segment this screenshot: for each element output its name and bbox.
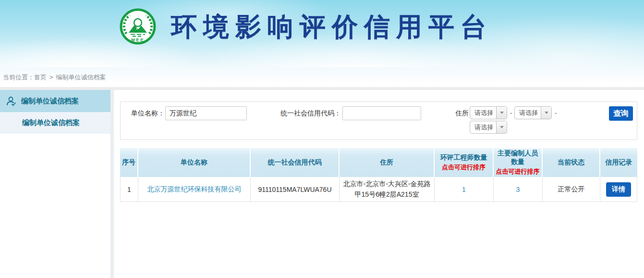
sidebar: 编制单位诚信档案 编制单位诚信档案 bbox=[0, 90, 110, 278]
header-staff-count-label: 主要编制人员数量 bbox=[495, 149, 541, 166]
brand: MEE 环境影响评价信用平台 bbox=[0, 0, 644, 45]
chevron-down-icon[interactable] bbox=[496, 107, 507, 119]
cell-status: 正常公开 bbox=[543, 177, 600, 202]
unit-name-label: 单位名称： bbox=[131, 106, 165, 120]
breadcrumb-separator: > bbox=[49, 74, 53, 81]
sidebar-item-unit-credit-archive[interactable]: 编制单位诚信档案 bbox=[0, 90, 110, 112]
cell-credit-code: 91110115MA7LWUA76U bbox=[251, 177, 340, 202]
results-table: 序号 单位名称 统一社会信用代码 住所 环评工程师数量 点击可进行排序 主要编制… bbox=[120, 148, 637, 202]
address-province-select[interactable]: 请选择 bbox=[470, 106, 507, 119]
table-row: 1 北京万源世纪环保科技有限公司 91110115MA7LWUA76U 北京市-… bbox=[120, 177, 637, 202]
sidebar-subitem-label: 编制单位诚信档案 bbox=[22, 118, 80, 127]
district-select-value: 请选择 bbox=[470, 121, 496, 133]
header-index: 序号 bbox=[120, 148, 138, 177]
logo-mee-text: MEE bbox=[131, 37, 145, 42]
header-unit-name: 单位名称 bbox=[138, 148, 251, 177]
header-engineer-count[interactable]: 环评工程师数量 点击可进行排序 bbox=[435, 148, 494, 177]
cell-index: 1 bbox=[120, 177, 138, 202]
engineer-count-link[interactable]: 1 bbox=[462, 186, 466, 193]
credit-code-label: 统一社会信用代码： bbox=[280, 106, 341, 120]
staff-count-link[interactable]: 3 bbox=[516, 186, 520, 193]
staff-sort-hint[interactable]: 点击可进行排序 bbox=[495, 167, 541, 176]
province-select-value: 请选择 bbox=[470, 107, 496, 119]
header-staff-count[interactable]: 主要编制人员数量 点击可进行排序 bbox=[494, 148, 543, 177]
page: MEE 环境影响评价信用平台 当前位置：首页>编制单位诚信档案 编制单位诚信档案 bbox=[0, 0, 644, 278]
breadcrumb-label: 当前位置： bbox=[3, 74, 34, 81]
sidebar-item-label: 编制单位诚信档案 bbox=[21, 97, 79, 106]
address-city-select[interactable]: 请选择 bbox=[514, 106, 552, 119]
header-credit-code: 统一社会信用代码 bbox=[251, 148, 340, 177]
site-header: MEE 环境影响评价信用平台 bbox=[0, 0, 644, 67]
search-panel: 单位名称： 统一社会信用代码： 住所： 请选择 - 请选择 - 请选择 bbox=[120, 101, 637, 140]
header-engineer-count-label: 环评工程师数量 bbox=[436, 153, 492, 162]
user-check-icon bbox=[6, 96, 16, 106]
detail-button[interactable]: 详情 bbox=[606, 182, 631, 197]
chevron-down-icon[interactable] bbox=[541, 107, 551, 119]
breadcrumb-home-link[interactable]: 首页 bbox=[34, 74, 47, 81]
content-area: 编制单位诚信档案 编制单位诚信档案 单位名称： 统一社会信用代码： 住所： 请选… bbox=[0, 90, 644, 278]
header-status: 当前状态 bbox=[543, 148, 600, 177]
table-header-row: 序号 单位名称 统一社会信用代码 住所 环评工程师数量 点击可进行排序 主要编制… bbox=[120, 148, 637, 177]
credit-code-input[interactable] bbox=[342, 106, 421, 120]
query-button[interactable]: 查询 bbox=[609, 106, 633, 121]
cell-address: 北京市-北京市-大兴区-金苑路甲15号6幢2层A215室 bbox=[340, 177, 435, 202]
sidebar-subitem-unit-credit-archive[interactable]: 编制单位诚信档案 bbox=[0, 112, 110, 134]
column-gap bbox=[110, 90, 114, 278]
address-dash-2: - bbox=[555, 106, 557, 120]
header-credit-record: 信用记录 bbox=[600, 148, 637, 177]
header-address: 住所 bbox=[340, 148, 435, 177]
page-title: 环境影响评价信用平台 bbox=[171, 8, 493, 45]
address-district-select[interactable]: 请选择 bbox=[470, 121, 507, 134]
city-select-value: 请选择 bbox=[515, 107, 541, 119]
unit-name-input[interactable] bbox=[165, 106, 247, 120]
main-panel: 单位名称： 统一社会信用代码： 住所： 请选择 - 请选择 - 请选择 bbox=[114, 90, 644, 278]
company-name-link[interactable]: 北京万源世纪环保科技有限公司 bbox=[147, 185, 242, 193]
address-dash-1: - bbox=[510, 106, 512, 120]
breadcrumb: 当前位置：首页>编制单位诚信档案 bbox=[0, 67, 644, 87]
chevron-down-icon[interactable] bbox=[496, 121, 507, 133]
engineer-sort-hint[interactable]: 点击可进行排序 bbox=[436, 163, 492, 172]
breadcrumb-current: 编制单位诚信档案 bbox=[56, 74, 106, 81]
mee-logo: MEE bbox=[119, 8, 157, 45]
